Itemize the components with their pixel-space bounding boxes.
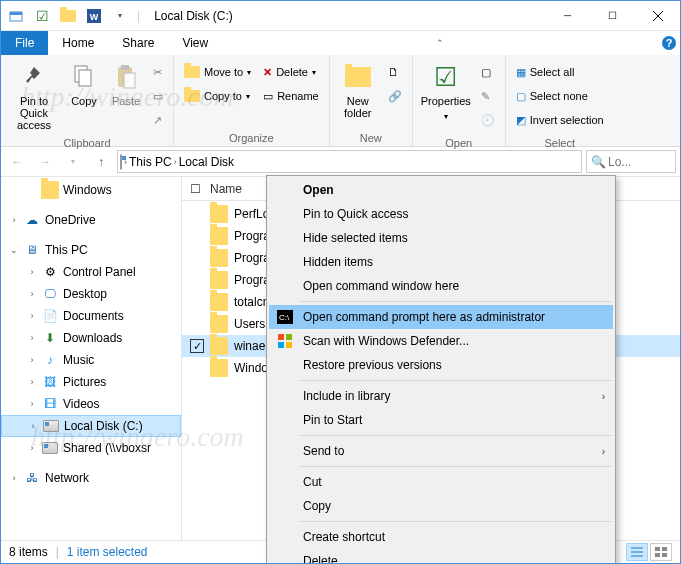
ctx-defender[interactable]: Scan with Windows Defender... — [269, 329, 613, 353]
svg-rect-22 — [655, 547, 660, 551]
nav-tree: Windows ›☁OneDrive ⌄🖥This PC ›⚙Control P… — [1, 177, 182, 542]
edit-button[interactable]: ✎ — [477, 85, 499, 107]
copy-path-button[interactable]: ▭ — [149, 85, 167, 107]
column-name[interactable]: Name — [210, 182, 242, 196]
ctx-include-library[interactable]: Include in library› — [269, 384, 613, 408]
chevron-right-icon[interactable]: › — [174, 157, 177, 167]
tab-home[interactable]: Home — [48, 31, 108, 55]
qat-nav-icon[interactable] — [5, 5, 27, 27]
ctx-copy[interactable]: Copy — [269, 494, 613, 518]
move-to-button[interactable]: Move to ▾ — [180, 61, 255, 83]
tree-thispc[interactable]: ⌄🖥This PC — [1, 239, 181, 261]
select-all-button[interactable]: ▦Select all — [512, 61, 608, 83]
svg-rect-18 — [286, 342, 292, 348]
music-icon: ♪ — [41, 351, 59, 369]
cp-icon: ⚙ — [41, 263, 59, 281]
tree-onedrive[interactable]: ›☁OneDrive — [1, 209, 181, 231]
ctx-pin-start[interactable]: Pin to Start — [269, 408, 613, 432]
new-folder-button[interactable]: Newfolder — [334, 57, 382, 123]
ctx-hidden-items[interactable]: Hidden items — [269, 250, 613, 274]
forward-button[interactable]: → — [33, 150, 57, 174]
tab-share[interactable]: Share — [108, 31, 168, 55]
tree-documents[interactable]: ›📄Documents — [1, 305, 181, 327]
folder-icon — [210, 315, 228, 333]
copy-button[interactable]: Copy — [63, 57, 105, 111]
search-input[interactable]: 🔍 Lo... — [586, 150, 676, 173]
tree-shared[interactable]: ›Shared (\\vboxsr — [1, 437, 181, 459]
properties-button[interactable]: ☑ Properties ▾ — [417, 57, 475, 127]
maximize-button[interactable]: ☐ — [590, 1, 635, 31]
tree-downloads[interactable]: ›⬇Downloads — [1, 327, 181, 349]
recent-button[interactable]: ▾ — [61, 150, 85, 174]
new-item-button[interactable]: 🗋 — [384, 61, 406, 83]
rename-button[interactable]: ▭Rename — [259, 85, 323, 107]
tree-network[interactable]: ›🖧Network — [1, 467, 181, 489]
svg-rect-24 — [655, 553, 660, 557]
copy-to-button[interactable]: Copy to ▾ — [180, 85, 255, 107]
ctx-open[interactable]: Open — [269, 178, 613, 202]
close-button[interactable] — [635, 1, 680, 31]
qat-newfolder-icon[interactable] — [57, 5, 79, 27]
folder-icon — [210, 359, 228, 377]
paste-button[interactable]: Paste — [105, 57, 147, 111]
tree-pictures[interactable]: ›🖼Pictures — [1, 371, 181, 393]
ctx-open-cmd-here[interactable]: Open command window here — [269, 274, 613, 298]
tree-control-panel[interactable]: ›⚙Control Panel — [1, 261, 181, 283]
cut-button[interactable]: ✂ — [149, 61, 167, 83]
header-checkbox[interactable]: ☐ — [190, 182, 210, 196]
group-label-clipboard: Clipboard — [5, 135, 169, 151]
svg-rect-1 — [10, 12, 22, 15]
minimize-button[interactable]: ─ — [545, 1, 590, 31]
ctx-send-to[interactable]: Send to› — [269, 439, 613, 463]
ctx-hide-selected[interactable]: Hide selected items — [269, 226, 613, 250]
path-icon: ▭ — [153, 90, 163, 103]
group-label-select: Select — [510, 135, 610, 151]
ribbon-tabs: File Home Share View ⌃ ? — [1, 31, 680, 55]
tree-local-disk[interactable]: ›Local Disk (C:) — [1, 415, 181, 437]
select-none-button[interactable]: ▢Select none — [512, 85, 608, 107]
help-button[interactable]: ? — [658, 31, 680, 55]
history-button[interactable]: 🕘 — [477, 109, 499, 131]
delete-button[interactable]: ✕Delete ▾ — [259, 61, 323, 83]
ctx-create-shortcut[interactable]: Create shortcut — [269, 525, 613, 549]
tree-windows[interactable]: Windows — [1, 179, 181, 201]
ribbon-toggle-icon[interactable]: ⌃ — [429, 31, 451, 55]
breadcrumb[interactable]: › This PC › Local Disk — [117, 150, 582, 173]
qat-word-icon[interactable]: W — [83, 5, 105, 27]
videos-icon: 🎞 — [41, 395, 59, 413]
ctx-open-cmd-admin[interactable]: C:\Open command prompt here as administr… — [269, 305, 613, 329]
invert-selection-button[interactable]: ◩Invert selection — [512, 109, 608, 131]
breadcrumb-localdisk[interactable]: Local Disk — [179, 155, 234, 169]
tree-music[interactable]: ›♪Music — [1, 349, 181, 371]
open-button[interactable]: ▢ — [477, 61, 499, 83]
qat-properties-icon[interactable]: ☑ — [31, 5, 53, 27]
ctx-pin-quick-access[interactable]: Pin to Quick access — [269, 202, 613, 226]
breadcrumb-thispc[interactable]: This PC — [129, 155, 172, 169]
ctx-cut[interactable]: Cut — [269, 470, 613, 494]
view-details-button[interactable] — [626, 543, 648, 561]
pc-icon: 🖥 — [23, 241, 41, 259]
edit-icon: ✎ — [481, 90, 490, 103]
folder-icon — [210, 337, 228, 355]
tab-view[interactable]: View — [168, 31, 222, 55]
up-button[interactable]: ↑ — [89, 150, 113, 174]
tree-desktop[interactable]: ›🖵Desktop — [1, 283, 181, 305]
svg-text:C:\: C:\ — [279, 313, 290, 322]
ctx-delete[interactable]: Delete — [269, 549, 613, 564]
paste-shortcut-button[interactable]: ↗ — [149, 109, 167, 131]
qat-dropdown-icon[interactable]: ▾ — [109, 5, 131, 27]
back-button[interactable]: ← — [5, 150, 29, 174]
file-name: Users — [234, 317, 265, 331]
easy-access-button[interactable]: 🔗 — [384, 85, 406, 107]
tree-videos[interactable]: ›🎞Videos — [1, 393, 181, 415]
cut-icon: ✂ — [153, 66, 162, 79]
pin-to-quick-access-button[interactable]: Pin to Quickaccess — [5, 57, 63, 135]
documents-icon: 📄 — [41, 307, 59, 325]
folder-icon — [210, 249, 228, 267]
ctx-restore-versions[interactable]: Restore previous versions — [269, 353, 613, 377]
invert-icon: ◩ — [516, 114, 526, 127]
view-large-button[interactable] — [650, 543, 672, 561]
tab-file[interactable]: File — [1, 31, 48, 55]
group-label-organize: Organize — [178, 130, 325, 146]
checkbox-icon[interactable]: ✓ — [190, 339, 204, 353]
